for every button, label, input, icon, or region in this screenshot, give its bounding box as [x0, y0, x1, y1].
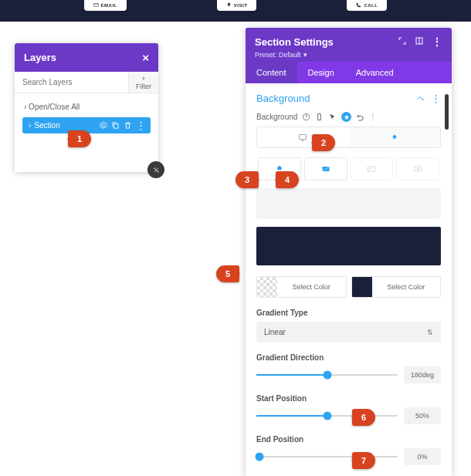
- resize-handle-icon[interactable]: [147, 161, 164, 178]
- gradient-type-select[interactable]: Linear⇅: [256, 322, 441, 343]
- updown-icon: ⇅: [427, 329, 433, 336]
- settings-title: Section Settings: [255, 36, 334, 48]
- tab-design[interactable]: Design: [297, 62, 345, 83]
- tab-content[interactable]: Content: [246, 62, 297, 83]
- column-icon[interactable]: [415, 36, 424, 48]
- direction-value[interactable]: 180deg: [404, 366, 441, 383]
- close-icon[interactable]: ×: [142, 51, 149, 64]
- bg-tab-image[interactable]: [351, 157, 394, 181]
- label: VISIT: [234, 3, 248, 8]
- layers-title: Layers: [24, 52, 56, 63]
- end-position-slider[interactable]: [256, 456, 398, 457]
- svg-rect-0: [114, 124, 119, 129]
- topbar-tab-email[interactable]: EMAIL: [84, 0, 127, 11]
- topbar-tab-call[interactable]: CALL: [347, 0, 387, 11]
- background-heading[interactable]: Background: [256, 93, 310, 104]
- direction-slider[interactable]: [256, 374, 398, 376]
- gear-icon[interactable]: [99, 121, 107, 130]
- kebab-icon[interactable]: ⋮: [432, 35, 442, 48]
- end-position-value[interactable]: 0%: [404, 448, 441, 465]
- settings-tabs: Content Design Advanced: [246, 62, 452, 83]
- layers-panel: Layers × + Filter › Open/Close All ›Sect…: [15, 43, 158, 172]
- trash-icon[interactable]: [124, 121, 132, 130]
- transparent-swatch: [257, 277, 277, 297]
- chevron-down-icon: ▾: [303, 51, 307, 59]
- select-color-start[interactable]: Select Color: [256, 276, 347, 298]
- undo-icon[interactable]: [356, 113, 364, 121]
- layers-search-row: + Filter: [15, 72, 158, 93]
- section-label: Section: [34, 121, 59, 130]
- gradient-type-label: Gradient Type: [256, 309, 441, 317]
- topbar-tab-visit[interactable]: VISIT: [217, 0, 257, 11]
- cursor-icon[interactable]: [328, 113, 337, 121]
- scrollbar[interactable]: [445, 94, 449, 130]
- open-close-all[interactable]: › Open/Close All: [22, 100, 151, 117]
- bg-tab-gradient[interactable]: [304, 157, 347, 181]
- pin-icon[interactable]: [341, 112, 351, 122]
- topbar: EMAIL VISIT CALL: [0, 0, 471, 22]
- chevron-right-icon: ›: [29, 121, 31, 130]
- tab-pin[interactable]: [349, 127, 441, 147]
- callout-5: 5: [216, 265, 239, 282]
- phone-icon: [356, 2, 361, 8]
- callout-3: 3: [235, 171, 259, 188]
- end-position-label: End Position: [256, 435, 441, 444]
- svg-rect-3: [318, 113, 321, 120]
- svg-rect-4: [300, 135, 307, 140]
- svg-rect-6: [368, 167, 375, 171]
- pin-icon: [226, 2, 232, 8]
- callout-4: 4: [276, 171, 299, 188]
- label: EMAIL: [101, 3, 117, 8]
- phone-device-icon[interactable]: [315, 113, 324, 121]
- collapse-icon[interactable]: ヘ: [417, 93, 425, 104]
- bg-tab-video[interactable]: [396, 157, 439, 181]
- callout-7: 7: [352, 452, 375, 469]
- start-position-slider[interactable]: [256, 415, 398, 417]
- gradient-direction-label: Gradient Direction: [256, 353, 441, 362]
- expand-icon[interactable]: [398, 36, 407, 48]
- help-icon[interactable]: [302, 113, 310, 121]
- select-color-end[interactable]: Select Color: [351, 276, 442, 298]
- start-position-label: Start Position: [256, 394, 441, 403]
- settings-panel: Section Settings ⋮ Preset: Default ▾ Con…: [246, 28, 452, 476]
- gradient-preview-bottom: [256, 227, 441, 265]
- callout-6: 6: [352, 409, 375, 426]
- layers-header: Layers ×: [15, 43, 158, 72]
- responsive-tabs: [256, 127, 441, 148]
- mail-icon: [93, 2, 99, 8]
- search-input[interactable]: [15, 72, 128, 93]
- background-label: Background: [256, 113, 297, 121]
- gradient-preview-top: [256, 188, 441, 219]
- kebab-icon[interactable]: ⋮: [136, 121, 146, 130]
- kebab-icon[interactable]: ⋮: [431, 93, 441, 104]
- filter-button[interactable]: + Filter: [128, 72, 158, 93]
- start-position-value[interactable]: 50%: [404, 407, 441, 424]
- copy-icon[interactable]: [111, 121, 120, 130]
- tab-advanced[interactable]: Advanced: [345, 62, 405, 83]
- callout-1: 1: [68, 130, 91, 147]
- preset-label[interactable]: Preset: Default ▾: [255, 51, 442, 59]
- svg-point-7: [370, 168, 371, 170]
- label: CALL: [364, 3, 378, 8]
- callout-2: 2: [312, 134, 335, 151]
- dark-swatch: [352, 277, 372, 297]
- kebab-icon[interactable]: ⋮: [369, 113, 377, 121]
